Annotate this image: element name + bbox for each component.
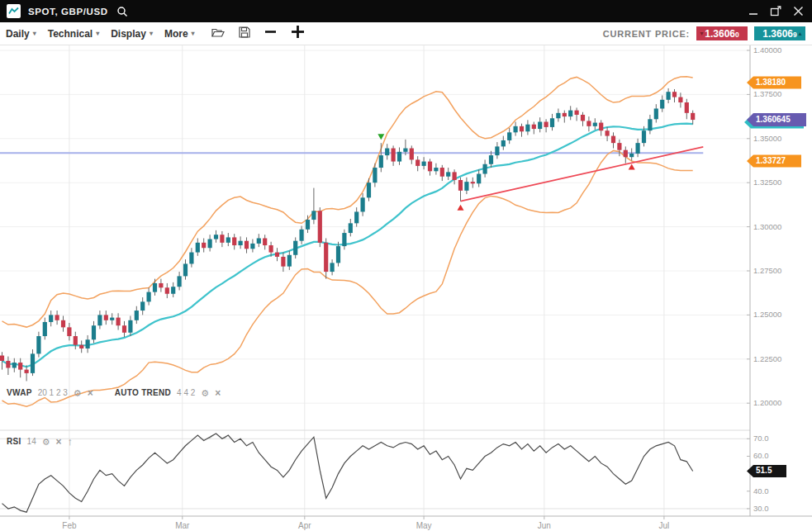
save-icon[interactable] <box>239 26 250 41</box>
candle-body <box>336 246 340 263</box>
svg-text:1.32500: 1.32500 <box>753 178 781 187</box>
candle-body <box>293 241 297 255</box>
vwap-remove-icon[interactable]: × <box>88 389 93 397</box>
chart-title: SPOT, GBP/USD <box>28 7 108 17</box>
candle-body <box>67 327 71 336</box>
chart-root: 1.400001.375001.350001.325001.300001.275… <box>0 45 812 531</box>
autotrend-settings-gear-icon[interactable]: ⚙ <box>201 389 209 397</box>
open-folder-icon[interactable] <box>211 26 225 41</box>
candle-body <box>434 168 438 171</box>
candle-body <box>532 125 536 129</box>
svg-text:Mar: Mar <box>175 521 190 530</box>
svg-text:1.20000: 1.20000 <box>753 398 781 407</box>
candle-body <box>104 315 108 320</box>
titlebar: SPOT, GBP/USD <box>0 0 812 22</box>
candle-body <box>281 257 285 267</box>
bid-price-value: 1.3606 <box>705 28 735 40</box>
candle-body <box>501 140 506 146</box>
candle-body <box>287 255 292 267</box>
menu-timeframe[interactable]: Daily ▾ <box>6 28 36 40</box>
candle-body <box>171 287 175 294</box>
vwap-indicator-name: VWAP <box>7 388 32 397</box>
menu-more[interactable]: More ▾ <box>164 28 195 40</box>
candle-body <box>110 318 114 320</box>
candle-body <box>544 122 548 127</box>
candle-body <box>629 154 634 157</box>
menu-display[interactable]: Display ▾ <box>111 28 153 40</box>
buy-signal-icon <box>458 205 464 211</box>
candle-body <box>122 325 126 333</box>
toolbar: Daily ▾ Technical ▾ Display ▾ More ▾ <box>0 22 812 45</box>
candle-body <box>189 253 193 264</box>
menu-technical-label: Technical <box>48 28 93 40</box>
candle-body <box>178 276 182 287</box>
candle-body <box>354 211 359 223</box>
candle-body <box>392 149 396 162</box>
popout-button[interactable] <box>770 6 781 17</box>
candle-body <box>245 241 249 249</box>
chart-canvas[interactable]: 1.400001.375001.350001.325001.300001.275… <box>0 45 812 531</box>
candle-body <box>79 345 83 348</box>
candle-body <box>183 263 188 276</box>
search-icon[interactable] <box>116 6 128 17</box>
autotrend-remove-icon[interactable]: × <box>215 389 221 397</box>
candle-body <box>575 111 579 115</box>
candle-body <box>581 115 585 121</box>
candle-body <box>691 113 695 120</box>
rsi-remove-icon[interactable]: × <box>56 438 62 446</box>
candle-body <box>306 220 310 230</box>
candle-body <box>422 162 426 166</box>
candle-body <box>214 235 218 239</box>
zoom-out-icon[interactable] <box>264 26 277 41</box>
candle-body <box>373 168 377 183</box>
ask-price-badge: 1.36069 ▲ <box>754 26 805 40</box>
candle-body <box>495 146 499 155</box>
svg-text:1.25000: 1.25000 <box>753 310 781 319</box>
ask-price-value: 1.3606 <box>762 28 793 40</box>
chevron-down-icon: ▾ <box>96 30 99 37</box>
rsi-settings-gear-icon[interactable]: ⚙ <box>42 438 50 446</box>
candle-body <box>86 339 90 348</box>
time-axis[interactable]: FebMarAprMayJunJul <box>0 516 812 530</box>
candle-body <box>43 322 47 336</box>
app-logo-icon <box>7 4 21 18</box>
svg-text:1.360645: 1.360645 <box>756 115 791 124</box>
autotrend-indicator-params: 4 4 2 <box>177 388 195 397</box>
candle-body <box>196 243 200 253</box>
candle-body <box>586 121 591 126</box>
candle-body <box>135 311 139 320</box>
vwap-settings-gear-icon[interactable]: ⚙ <box>74 389 82 397</box>
candle-body <box>330 263 335 272</box>
candle-body <box>349 223 353 233</box>
up-tick-icon: ▲ <box>797 31 803 36</box>
candle-body <box>538 122 542 130</box>
candle-body <box>654 108 658 119</box>
svg-text:1.40000: 1.40000 <box>753 45 781 55</box>
candle-body <box>55 315 59 320</box>
candle-body <box>636 143 640 154</box>
rsi-expand-arrow-icon[interactable]: ↑ <box>68 438 74 446</box>
candle-body <box>525 125 529 132</box>
svg-text:40.0: 40.0 <box>753 486 769 495</box>
svg-text:1.37500: 1.37500 <box>753 89 781 98</box>
candle-body <box>18 363 22 370</box>
candle-body <box>226 237 230 242</box>
candle-body <box>624 150 628 158</box>
close-button[interactable] <box>793 6 804 17</box>
candle-body <box>568 111 572 116</box>
menu-technical[interactable]: Technical ▾ <box>48 28 99 40</box>
buy-signal-icon <box>629 164 635 170</box>
candle-body <box>477 174 481 184</box>
svg-text:Apr: Apr <box>298 521 311 530</box>
overlay-indicator-labels: VWAP 20 1 2 3 ⚙ × AUTO TREND 4 4 2 ⚙ × <box>7 388 221 397</box>
rsi-indicator-params: 14 <box>27 437 36 446</box>
candle-body <box>415 159 420 165</box>
candle-body <box>232 237 236 245</box>
candle-body <box>648 119 652 130</box>
zoom-in-icon[interactable] <box>291 25 305 42</box>
candle-body <box>410 149 414 160</box>
svg-text:1.22500: 1.22500 <box>753 354 781 363</box>
candle-body <box>263 238 267 245</box>
minimize-button[interactable] <box>748 7 758 17</box>
candle-body <box>556 113 560 118</box>
